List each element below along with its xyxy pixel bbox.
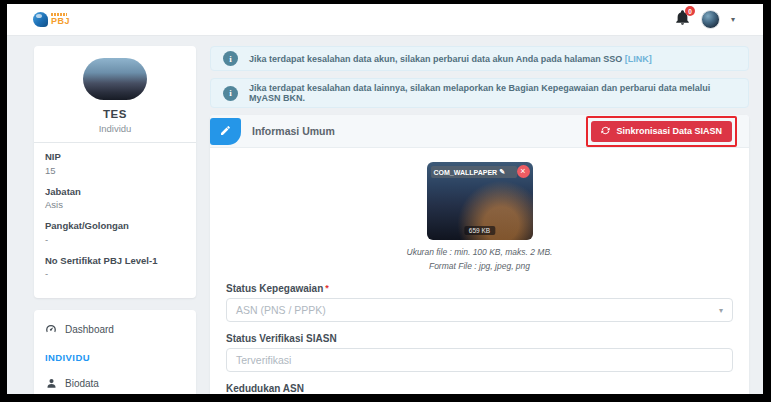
chevron-down-icon[interactable]: ▾ bbox=[731, 15, 735, 24]
sidebar: TES Individu NIP 15 Jabatan Asis Pangkat… bbox=[34, 46, 196, 394]
sidebar-menu-card: Dashboard INDIVIDU Biodata Riwayat Pelat bbox=[34, 310, 196, 394]
photo-upload[interactable]: COM_WALLPAPER ✎ 659 KB × bbox=[427, 162, 533, 240]
profile-name: TES bbox=[45, 108, 185, 120]
field-label: Status Kepegawaian bbox=[226, 283, 323, 294]
topbar: PBJ 0 ▾ bbox=[7, 4, 763, 36]
profile-field-sertifikat: No Sertifikat PBJ Level-1 - bbox=[45, 254, 185, 282]
app-logo[interactable]: PBJ bbox=[33, 12, 70, 27]
screenshot-frame: PBJ 0 ▾ TES Individ bbox=[0, 0, 771, 402]
sso-link[interactable]: [LINK] bbox=[625, 54, 652, 64]
sidebar-item-label: Dashboard bbox=[65, 324, 114, 335]
person-icon bbox=[45, 378, 57, 389]
main-content: i Jika terdapat kesalahan data akun, sil… bbox=[210, 46, 749, 394]
profile-field-jabatan: Jabatan Asis bbox=[45, 185, 185, 213]
logo-emblem-icon bbox=[33, 12, 48, 27]
pencil-icon bbox=[220, 122, 231, 140]
photo-format-hint: Format File : jpg, jpeg, png bbox=[226, 261, 733, 271]
sidebar-item-biodata[interactable]: Biodata bbox=[45, 378, 185, 389]
sync-icon bbox=[601, 126, 610, 137]
sync-siasn-button[interactable]: Sinkronisasi Data SIASN bbox=[591, 121, 732, 142]
select-caret-icon: ▾ bbox=[719, 306, 723, 315]
field-status-kepegawaian: Status Kepegawaian* ASN (PNS / PPPK) ▾ bbox=[226, 283, 733, 322]
sidebar-item-dashboard[interactable]: Dashboard bbox=[45, 323, 185, 335]
alert-text: Jika terdapat kesalahan data lainnya, si… bbox=[249, 83, 736, 103]
status-kepegawaian-select[interactable]: ASN (PNS / PPPK) ▾ bbox=[226, 298, 733, 322]
notification-badge: 0 bbox=[685, 6, 695, 16]
sidebar-section-individu: INDIVIDU bbox=[45, 352, 185, 363]
required-asterisk: * bbox=[325, 283, 329, 293]
profile-role: Individu bbox=[45, 123, 185, 134]
status-verifikasi-input[interactable]: Terverifikasi bbox=[226, 348, 733, 372]
alert-text: Jika terdapat kesalahan data akun, silak… bbox=[249, 54, 625, 64]
field-label: Status Verifikasi SIASN bbox=[226, 333, 337, 344]
profile-field-pangkat: Pangkat/Golongan - bbox=[45, 219, 185, 247]
content-area: TES Individu NIP 15 Jabatan Asis Pangkat… bbox=[7, 36, 763, 394]
page-title: Informasi Umum bbox=[252, 125, 335, 137]
informasi-umum-body: COM_WALLPAPER ✎ 659 KB × Ukuran file : m… bbox=[210, 148, 749, 394]
logo-text: PBJ bbox=[51, 17, 70, 26]
user-avatar[interactable] bbox=[701, 10, 720, 29]
alert-sso: i Jika terdapat kesalahan data akun, sil… bbox=[210, 46, 749, 71]
photo-edit-icon: ✎ bbox=[499, 168, 505, 176]
edit-badge bbox=[210, 118, 241, 145]
sync-button-label: Sinkronisasi Data SIASN bbox=[616, 126, 722, 136]
info-icon: i bbox=[223, 51, 238, 66]
info-icon: i bbox=[223, 86, 238, 101]
gauge-icon bbox=[45, 323, 57, 335]
informasi-umum-card: Informasi Umum Sinkronisasi Data SIASN bbox=[210, 115, 749, 394]
topbar-right: 0 ▾ bbox=[675, 10, 735, 29]
profile-card: TES Individu NIP 15 Jabatan Asis Pangkat… bbox=[34, 46, 196, 298]
profile-field-nip: NIP 15 bbox=[45, 150, 185, 178]
field-status-verifikasi: Status Verifikasi SIASN* Terverifikasi bbox=[226, 333, 733, 372]
profile-photo bbox=[83, 58, 147, 100]
field-kedudukan-asn: Kedudukan ASN* Aktif bbox=[226, 383, 733, 394]
photo-size-hint: Ukuran file : min. 100 KB, maks. 2 MB. bbox=[226, 247, 733, 257]
app-window: PBJ 0 ▾ TES Individ bbox=[7, 4, 763, 394]
highlight-annotation: Sinkronisasi Data SIASN bbox=[586, 116, 737, 147]
sidebar-item-label: Biodata bbox=[65, 378, 99, 389]
photo-filename: COM_WALLPAPER bbox=[434, 169, 498, 176]
informasi-umum-header: Informasi Umum Sinkronisasi Data SIASN bbox=[210, 115, 749, 148]
remove-photo-button[interactable]: × bbox=[517, 165, 530, 178]
field-label: Kedudukan ASN bbox=[226, 383, 304, 394]
profile-form: Status Kepegawaian* ASN (PNS / PPPK) ▾ S… bbox=[226, 283, 733, 394]
photo-size-badge: 659 KB bbox=[464, 226, 495, 235]
alert-myasn: i Jika terdapat kesalahan data lainnya, … bbox=[210, 78, 749, 108]
notifications-button[interactable]: 0 bbox=[675, 10, 690, 29]
divider bbox=[34, 142, 196, 143]
